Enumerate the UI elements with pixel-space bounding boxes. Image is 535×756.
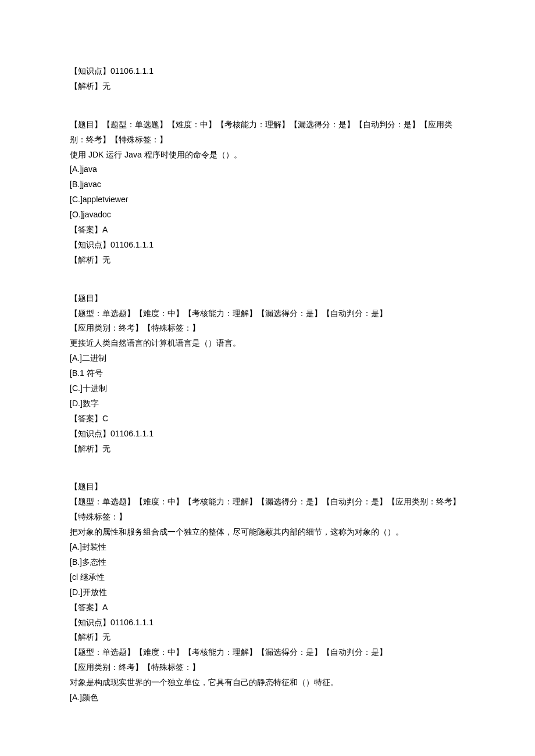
text-line: [A.]java (70, 162, 465, 177)
text-line: [O.]javadoc (70, 207, 465, 223)
text-line: [cl 继承性 (70, 570, 465, 585)
text-line: 【题型：单选题】【难度：中】【考核能力：理解】【漏选得分：是】【自动判分：是】 (70, 306, 465, 321)
text-line: 【知识点】01106.1.1.1 (70, 238, 465, 253)
text-line: 【答案】A (70, 223, 465, 238)
text-line: [D.]开放性 (70, 585, 465, 600)
text-line: 【知识点】01106.1.1.1 (70, 427, 465, 442)
text-line: [B.1 符号 (70, 366, 465, 381)
text-line: 【题型：单选题】【难度：中】【考核能力：理解】【漏选得分：是】【自动判分：是】 (70, 645, 465, 660)
text-line: 使用 JDK 运行 Java 程序时使用的命令是（）。 (70, 148, 465, 163)
text-line: [A.]颜色 (70, 690, 465, 705)
text-line: 【答案】C (70, 411, 465, 427)
text-line: 【题目】 (70, 291, 465, 306)
text-line: 更接近人类自然语言的计算机语言是（）语言。 (70, 336, 465, 351)
question-block-2: 【题目】 【题型：单选题】【难度：中】【考核能力：理解】【漏选得分：是】【自动判… (70, 291, 465, 457)
text-line: 【知识点】01106.1.1.1 (70, 615, 465, 630)
document-page: 【知识点】01106.1.1.1 【解析】无 【题目】【题型：单选题】【难度：中… (0, 0, 535, 756)
text-line: 把对象的属性和服务组合成一个独立的整体，尽可能隐蔽其内部的细节，这称为对象的（）… (70, 525, 465, 540)
text-line: 【题型：单选题】【难度：中】【考核能力：理解】【漏选得分：是】【自动判分：是】【… (70, 495, 465, 525)
text-line: 【题目】【题型：单选题】【难度：中】【考核能力：理解】【漏选得分：是】【自动判分… (70, 117, 465, 148)
text-line: 【题目】 (70, 479, 465, 495)
question-block-3: 【题目】 【题型：单选题】【难度：中】【考核能力：理解】【漏选得分：是】【自动判… (70, 479, 465, 705)
text-line: 【知识点】01106.1.1.1 (70, 64, 465, 79)
text-line: 【应用类别：终考】【特殊标签：】 (70, 660, 465, 675)
question-block-0: 【知识点】01106.1.1.1 【解析】无 (70, 64, 465, 94)
text-line: 【解析】无 (70, 630, 465, 645)
text-line: [B.]多态性 (70, 555, 465, 570)
text-line: 【解析】无 (70, 79, 465, 94)
text-line: 【解析】无 (70, 253, 465, 268)
text-line: 对象是构成现实世界的一个独立单位，它具有自己的静态特征和（）特征。 (70, 675, 465, 690)
text-line: [A.]封装性 (70, 540, 465, 555)
text-line: [C.]appletviewer (70, 192, 465, 207)
text-line: [D.]数字 (70, 396, 465, 411)
text-line: 【答案】A (70, 600, 465, 615)
text-line: [C.]十进制 (70, 381, 465, 396)
text-line: [A.]二进制 (70, 351, 465, 366)
question-block-1: 【题目】【题型：单选题】【难度：中】【考核能力：理解】【漏选得分：是】【自动判分… (70, 117, 465, 268)
text-line: [B.]javac (70, 177, 465, 192)
text-line: 【解析】无 (70, 442, 465, 457)
text-line: 【应用类别：终考】【特殊标签：】 (70, 321, 465, 336)
